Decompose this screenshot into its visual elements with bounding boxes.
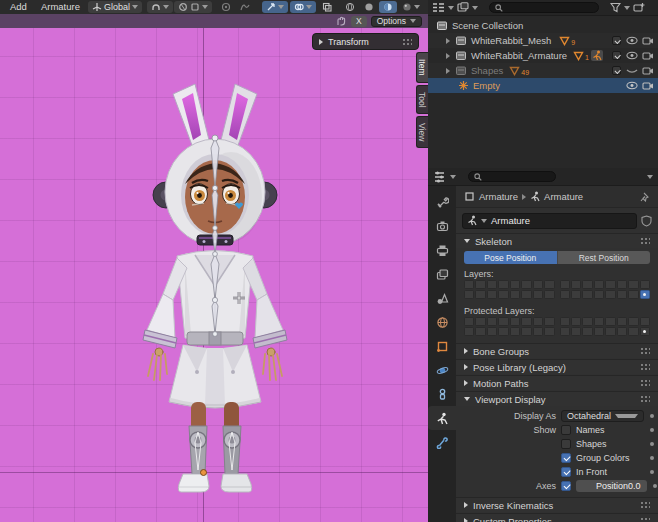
outliner-row-empty[interactable]: Empty (428, 78, 658, 93)
panel-pose-library[interactable]: Pose Library (Legacy) (456, 359, 658, 374)
selectability-checkbox[interactable] (612, 66, 621, 75)
new-collection-icon[interactable] (633, 2, 645, 13)
layer-toggle[interactable] (544, 280, 554, 289)
group-colors-checkbox[interactable] (561, 453, 571, 463)
layer-toggle[interactable] (582, 317, 592, 326)
layer-toggle[interactable] (617, 317, 627, 326)
layer-toggle[interactable] (571, 280, 581, 289)
options-dropdown[interactable]: Options (371, 16, 422, 27)
layer-toggle[interactable] (544, 327, 554, 336)
tab-output[interactable] (428, 238, 456, 262)
layer-toggle[interactable] (498, 327, 508, 336)
tab-scene[interactable] (428, 286, 456, 310)
tab-tool[interactable] (428, 190, 456, 214)
layer-toggle[interactable] (560, 290, 570, 299)
menu-add[interactable]: Add (4, 0, 33, 14)
render-camera-icon[interactable] (642, 66, 654, 75)
layer-toggle[interactable] (475, 290, 485, 299)
tab-constraints[interactable] (428, 382, 456, 406)
keyframe-dot-icon[interactable] (650, 414, 654, 418)
layer-toggle[interactable] (487, 290, 497, 299)
layer-toggle[interactable] (640, 290, 650, 299)
drag-handle-icon[interactable] (640, 395, 650, 403)
keyframe-dot-icon[interactable] (650, 428, 654, 432)
transform-panel-header[interactable]: Transform (312, 33, 419, 50)
viewport-3d[interactable]: Transform Item Tool View (0, 28, 428, 522)
panel-motion-paths[interactable]: Motion Paths (456, 375, 658, 390)
chevron-down-icon[interactable] (481, 219, 487, 223)
render-camera-icon[interactable] (642, 81, 654, 90)
tab-tool[interactable]: Tool (416, 85, 428, 115)
drag-handle-icon[interactable] (640, 517, 650, 522)
snap-target-dropdown[interactable] (147, 1, 173, 13)
outliner-row-scene-collection[interactable]: Scene Collection (428, 18, 658, 33)
armature-name-field[interactable]: Armature (462, 213, 637, 229)
layer-toggle[interactable] (605, 290, 615, 299)
hide-eye-icon[interactable] (626, 51, 638, 60)
layer-toggle[interactable] (560, 317, 570, 326)
display-as-dropdown[interactable]: Octahedral (561, 410, 644, 422)
breadcrumb-object[interactable]: Armature (479, 191, 518, 202)
layer-toggle[interactable] (533, 317, 543, 326)
pin-icon[interactable] (640, 192, 650, 202)
tab-render[interactable] (428, 214, 456, 238)
outliner-row-whiterabbit-armature[interactable]: WhiteRabbit_Armature 1 (428, 48, 658, 63)
layer-toggle[interactable] (640, 280, 650, 289)
keyframe-dot-icon[interactable] (653, 484, 657, 488)
layer-toggle[interactable] (628, 317, 638, 326)
drag-handle-icon[interactable] (640, 379, 650, 387)
shading-material-button[interactable] (379, 1, 397, 13)
layer-toggle[interactable] (594, 290, 604, 299)
chevron-down-icon[interactable] (624, 6, 630, 10)
names-checkbox[interactable] (561, 425, 571, 435)
layer-toggle[interactable] (464, 280, 474, 289)
layer-toggle[interactable] (498, 280, 508, 289)
render-camera-icon[interactable] (642, 36, 654, 45)
display-mode-icon[interactable] (457, 2, 469, 13)
drag-handle-icon[interactable] (640, 347, 650, 355)
editor-type-icon[interactable] (432, 2, 445, 13)
outliner-search-input[interactable] (489, 2, 599, 13)
layer-toggle[interactable] (544, 290, 554, 299)
mirror-x-toggle[interactable]: X (351, 16, 367, 27)
expand-arrow-icon[interactable] (446, 68, 450, 74)
layer-toggle[interactable] (571, 290, 581, 299)
layer-toggle[interactable] (533, 280, 543, 289)
layer-toggle[interactable] (617, 327, 627, 336)
tab-object[interactable] (428, 334, 456, 358)
layer-toggle[interactable] (571, 317, 581, 326)
layer-toggle[interactable] (521, 317, 531, 326)
keyframe-dot-icon[interactable] (650, 442, 654, 446)
panel-viewport-display[interactable]: Viewport Display (456, 391, 658, 406)
drag-handle-icon[interactable] (640, 237, 650, 245)
xray-toggle[interactable] (318, 1, 336, 13)
layer-toggle[interactable] (475, 280, 485, 289)
layer-toggle[interactable] (498, 290, 508, 299)
shading-rendered-button[interactable] (398, 1, 424, 13)
show-gizmo-dropdown[interactable] (262, 1, 288, 13)
drag-handle-icon[interactable] (640, 501, 650, 509)
keyframe-dot-icon[interactable] (650, 456, 654, 460)
layer-toggle[interactable] (628, 280, 638, 289)
chevron-down-icon[interactable] (450, 175, 456, 179)
proportional-falloff-dropdown[interactable] (236, 1, 254, 13)
shield-icon[interactable] (641, 215, 652, 227)
layer-toggle[interactable] (605, 280, 615, 289)
panel-inverse-kinematics[interactable]: Inverse Kinematics (456, 497, 658, 512)
rest-position-button[interactable]: Rest Position (557, 251, 651, 264)
layer-toggle[interactable] (510, 280, 520, 289)
layer-toggle[interactable] (475, 327, 485, 336)
tab-physics[interactable] (428, 358, 456, 382)
layer-toggle[interactable] (560, 280, 570, 289)
layer-toggle[interactable] (533, 290, 543, 299)
layer-toggle[interactable] (594, 317, 604, 326)
layer-toggle[interactable] (475, 317, 485, 326)
layer-toggle[interactable] (464, 317, 474, 326)
in-front-checkbox[interactable] (561, 467, 571, 477)
layer-toggle[interactable] (582, 280, 592, 289)
character-model[interactable] (93, 42, 328, 497)
drag-handle-icon[interactable] (640, 363, 650, 371)
keyframe-dot-icon[interactable] (650, 470, 654, 474)
show-overlays-dropdown[interactable] (290, 1, 316, 13)
layer-toggle[interactable] (617, 290, 627, 299)
